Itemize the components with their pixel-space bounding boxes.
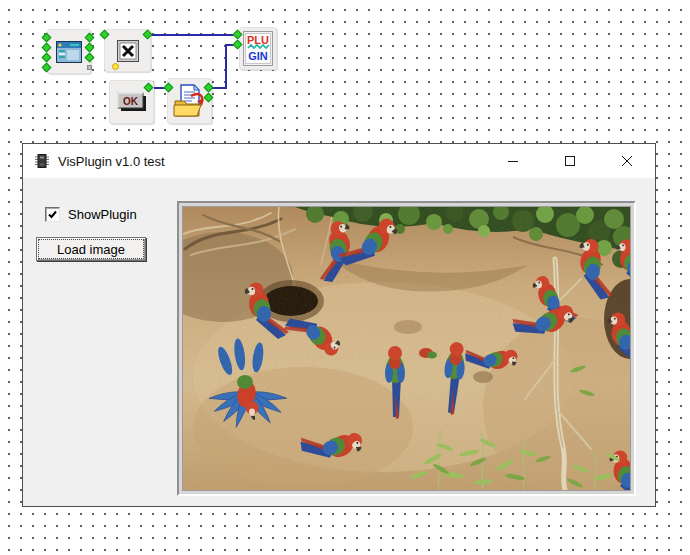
window-icon (56, 41, 82, 63)
svg-text:PLU: PLU (247, 34, 269, 46)
svg-text:OK: OK (123, 96, 139, 107)
svg-text:GIN: GIN (248, 50, 268, 62)
window-client-area: ShowPlugin Load image (23, 178, 655, 506)
desktop: PLU GIN OK (0, 0, 690, 555)
plugin-icon: PLU GIN (243, 31, 273, 66)
chip-app-icon (34, 153, 50, 169)
minimize-icon (507, 155, 519, 167)
checkbox-icon (117, 40, 139, 62)
checkbox-check-icon (47, 209, 58, 220)
maximize-icon (564, 155, 576, 167)
port[interactable] (87, 65, 92, 70)
open-file-icon (173, 84, 207, 118)
load-image-button[interactable]: Load image (36, 237, 146, 261)
checkbox-label: ShowPlugin (68, 207, 137, 222)
close-button[interactable] (598, 144, 655, 178)
showplugin-checkbox[interactable]: ShowPlugin (45, 207, 137, 222)
checkbox-box[interactable] (45, 207, 60, 222)
visplugin-window: VisPlugin v1.0 test (22, 143, 656, 507)
close-icon (621, 155, 633, 167)
plugin-component[interactable]: PLU GIN (239, 27, 277, 70)
minimize-button[interactable] (484, 144, 541, 178)
macaw-photo (183, 207, 630, 490)
ok-button-icon: OK (117, 92, 147, 112)
event-port[interactable] (112, 63, 119, 70)
load-image-button-label: Load image (38, 239, 144, 259)
window-title: VisPlugin v1.0 test (58, 154, 165, 169)
maximize-button[interactable] (541, 144, 598, 178)
image-frame (177, 201, 636, 496)
titlebar[interactable]: VisPlugin v1.0 test (23, 144, 655, 178)
